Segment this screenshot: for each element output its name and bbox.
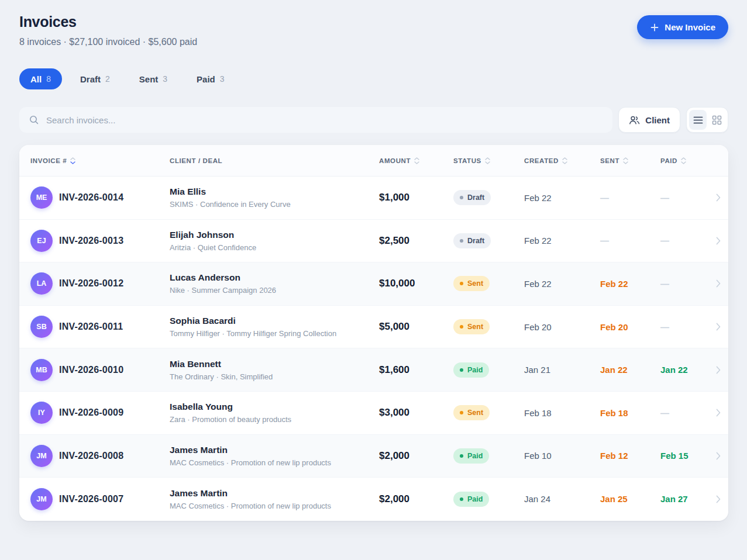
paid-date: —: [660, 322, 708, 332]
view-toggle: [686, 107, 728, 133]
invoice-row[interactable]: JM INV-2026-0008 James Martin MAC Cosmet…: [19, 435, 728, 478]
chevron-right-icon[interactable]: [708, 409, 728, 417]
grid-view-icon: [712, 115, 722, 125]
tab-draft[interactable]: Draft 2: [69, 68, 121, 89]
column-header-status[interactable]: STATUS: [453, 157, 524, 164]
client-avatar: ME: [30, 186, 53, 209]
chevron-right-icon[interactable]: [708, 366, 728, 374]
tab-paid[interactable]: Paid 3: [185, 68, 235, 89]
invoice-row[interactable]: EJ INV-2026-0013 Elijah Johnson Aritzia …: [19, 220, 728, 263]
status-cell: Paid: [453, 362, 524, 378]
column-header-paid[interactable]: PAID: [660, 157, 708, 164]
tab-count: 8: [46, 74, 51, 84]
invoice-amount: $2,000: [379, 493, 453, 505]
sent-date: Jan 22: [600, 365, 660, 375]
column-header-client[interactable]: CLIENT / DEAL: [170, 157, 379, 164]
invoice-row[interactable]: IY INV-2026-0009 Isabella Young Zara · P…: [19, 392, 728, 435]
invoice-number: INV-2026-0008: [59, 451, 170, 461]
column-header-sent[interactable]: SENT: [600, 157, 660, 164]
invoice-number: INV-2026-0010: [59, 365, 170, 375]
client-avatar: LA: [30, 272, 53, 295]
sent-date: —: [600, 236, 660, 246]
invoice-table-header: INVOICE # CLIENT / DEAL AMOUNT STATUS: [19, 145, 728, 177]
status-label: Sent: [467, 409, 483, 417]
status-dot-icon: [460, 454, 463, 458]
sort-icon: [681, 157, 686, 164]
list-view-icon: [693, 116, 703, 125]
sort-icon: [623, 157, 628, 164]
paid-date: Feb 15: [660, 451, 708, 461]
created-date: Feb 22: [524, 279, 600, 289]
status-label: Sent: [467, 323, 483, 331]
chevron-right-icon[interactable]: [708, 193, 728, 202]
column-header-created[interactable]: CREATED: [524, 157, 600, 164]
chevron-right-icon[interactable]: [708, 452, 728, 460]
status-badge: Paid: [453, 492, 489, 507]
status-cell: Sent: [453, 405, 524, 420]
tab-label: All: [30, 74, 42, 84]
tab-sent[interactable]: Sent 3: [128, 68, 178, 89]
page-subtitle: 8 invoices · $27,100 invoiced · $5,600 p…: [19, 37, 197, 47]
column-header-amount[interactable]: AMOUNT: [379, 157, 453, 164]
chevron-right-icon[interactable]: [708, 323, 728, 331]
tab-all[interactable]: All 8: [19, 68, 62, 89]
paid-date: —: [660, 408, 708, 418]
client-name: James Martin: [170, 445, 379, 455]
created-date: Feb 22: [524, 236, 600, 246]
invoice-row[interactable]: JM INV-2026-0007 James Martin MAC Cosmet…: [19, 478, 728, 521]
sort-icon: [562, 157, 567, 164]
column-header-invoice[interactable]: INVOICE #: [30, 157, 170, 164]
grid-view-button[interactable]: [708, 110, 725, 130]
status-label: Sent: [467, 279, 483, 288]
client-name: Elijah Johnson: [170, 230, 379, 240]
search-input[interactable]: [46, 115, 603, 125]
invoice-number: INV-2026-0013: [59, 236, 170, 246]
chevron-right-icon[interactable]: [708, 495, 728, 503]
avatar-cell: JM: [30, 488, 59, 510]
invoice-row[interactable]: MB INV-2026-0010 Mia Bennett The Ordinar…: [19, 348, 728, 392]
status-cell: Draft: [453, 233, 524, 248]
invoice-table-body: ME INV-2026-0014 Mia Ellis SKIMS · Confi…: [19, 177, 728, 521]
paid-date: —: [660, 193, 708, 203]
status-cell: Paid: [453, 492, 524, 507]
created-date: Jan 21: [524, 365, 600, 375]
client-avatar: IY: [30, 402, 53, 424]
invoice-row[interactable]: ME INV-2026-0014 Mia Ellis SKIMS · Confi…: [19, 177, 728, 220]
status-label: Paid: [467, 366, 483, 374]
status-badge: Draft: [453, 233, 491, 248]
chevron-right-icon[interactable]: [708, 279, 728, 288]
invoice-number: INV-2026-0007: [59, 494, 170, 504]
status-badge: Sent: [453, 276, 490, 291]
sort-icon: [414, 157, 419, 164]
sent-date: Feb 18: [600, 408, 660, 418]
plus-icon: [650, 23, 659, 32]
page-heading: Invoices 8 invoices · $27,100 invoiced ·…: [19, 12, 197, 47]
column-label: STATUS: [453, 157, 481, 164]
client-avatar: JM: [30, 445, 53, 467]
status-dot-icon: [460, 411, 463, 414]
invoice-table-card: INVOICE # CLIENT / DEAL AMOUNT STATUS: [19, 145, 728, 521]
invoice-amount: $2,000: [379, 450, 453, 462]
search-box[interactable]: [19, 107, 612, 133]
status-cell: Paid: [453, 448, 524, 464]
invoice-number: INV-2026-0012: [59, 278, 170, 289]
invoice-amount: $5,000: [379, 321, 453, 333]
sort-icon: [70, 157, 75, 164]
list-view-button[interactable]: [689, 110, 707, 130]
new-invoice-button[interactable]: New Invoice: [637, 15, 728, 39]
chevron-right-icon[interactable]: [708, 237, 728, 245]
client-filter-button[interactable]: Client: [618, 107, 680, 133]
avatar-cell: MB: [30, 359, 59, 381]
invoice-row[interactable]: SB INV-2026-0011 Sophia Bacardi Tommy Hi…: [19, 306, 728, 349]
users-icon: [629, 115, 640, 125]
invoice-row[interactable]: LA INV-2026-0012 Lucas Anderson Nike · S…: [19, 262, 728, 306]
client-name: Mia Ellis: [170, 186, 379, 197]
client-cell: James Martin MAC Cosmetics · Promotion o…: [170, 488, 379, 510]
created-date: Feb 22: [524, 193, 600, 203]
client-cell: Lucas Anderson Nike · Summer Campaign 20…: [170, 272, 379, 295]
created-date: Feb 18: [524, 408, 600, 418]
created-date: Feb 10: [524, 451, 600, 461]
client-cell: Mia Bennett The Ordinary · Skin, Simplif…: [170, 359, 379, 381]
status-label: Paid: [467, 495, 483, 503]
client-cell: Elijah Johnson Aritzia · Quiet Confidenc…: [170, 230, 379, 252]
